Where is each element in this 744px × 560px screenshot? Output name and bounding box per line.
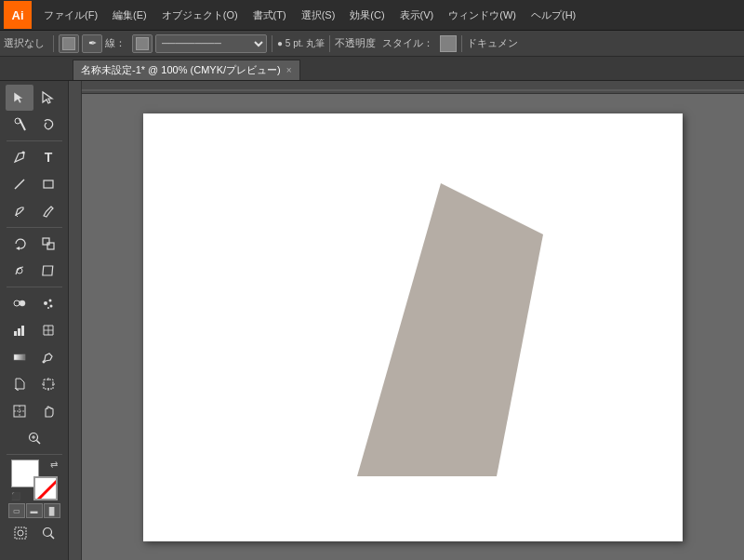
svg-rect-4	[44, 180, 53, 188]
extra-bottom-btns	[7, 522, 61, 544]
svg-line-39	[50, 536, 54, 540]
stroke-swatch[interactable]	[33, 476, 58, 500]
slice-tool-btn[interactable]	[6, 398, 33, 424]
artboard-tool-btn[interactable]	[34, 371, 62, 397]
warp-tool-btn[interactable]	[6, 258, 33, 284]
svg-line-35	[35, 478, 58, 500]
svg-point-38	[43, 528, 51, 537]
canvas-area[interactable]	[69, 81, 744, 560]
canvas-content[interactable]	[143, 113, 683, 541]
tool-row-2	[6, 112, 62, 138]
toolbar-sep-2	[272, 35, 272, 52]
gradient-tool-btn[interactable]	[6, 344, 33, 370]
zoom-tool-btn[interactable]	[20, 425, 48, 451]
stroke-style-select[interactable]: ─────────	[155, 34, 267, 53]
svg-point-10	[14, 300, 20, 306]
svg-rect-17	[14, 331, 17, 336]
swap-colors-btn[interactable]: ⇄	[50, 460, 58, 470]
pen-tool-btn[interactable]	[6, 144, 33, 170]
tool-row-5	[6, 198, 62, 224]
menu-object[interactable]: オブジェクト(O)	[155, 6, 245, 25]
svg-point-15	[50, 305, 53, 308]
menu-type[interactable]: 書式(T)	[246, 6, 293, 25]
brush-tool-btn[interactable]	[34, 198, 62, 224]
svg-rect-40	[69, 81, 744, 94]
eyedropper-tool-btn[interactable]	[34, 344, 62, 370]
direct-selection-tool-btn[interactable]	[34, 85, 62, 111]
stroke-icon-btn[interactable]: ✒	[82, 34, 102, 53]
options-toolbar: 選択なし ✒ 線： ───────── ● 5 pt. 丸筆 不透明度 スタイル…	[0, 31, 744, 57]
menu-window[interactable]: ウィンドウ(W)	[442, 6, 523, 25]
menu-file[interactable]: ファイル(F)	[37, 6, 104, 25]
tool-row-8	[6, 290, 62, 316]
tool-row-1	[6, 85, 62, 111]
svg-line-32	[36, 441, 40, 445]
svg-rect-23	[44, 380, 53, 389]
rect-tool-btn[interactable]	[34, 171, 62, 197]
draw-inside-btn[interactable]	[7, 522, 33, 544]
selection-label: 選択なし	[4, 36, 45, 50]
tool-sep-2	[7, 227, 62, 228]
tool-row-6	[6, 231, 62, 257]
fullscreen-menu-btn[interactable]: ▬	[26, 503, 43, 518]
svg-point-37	[18, 530, 23, 536]
pt-label: ● 5 pt. 丸筆	[277, 37, 325, 50]
fullscreen-btn[interactable]: █	[44, 503, 60, 518]
menu-view[interactable]: 表示(V)	[393, 6, 441, 25]
stroke-icon: ✒	[88, 37, 97, 49]
svg-line-5	[16, 215, 18, 217]
svg-rect-36	[15, 527, 26, 539]
svg-point-13	[44, 301, 47, 305]
svg-point-2	[22, 152, 25, 154]
tool-row-9	[6, 317, 62, 343]
document-tab[interactable]: 名称未設定-1* @ 100% (CMYK/プレビュー) ×	[73, 60, 300, 80]
hand-tool-btn[interactable]	[34, 398, 62, 424]
svg-rect-22	[14, 354, 25, 360]
magic-wand-tool-btn[interactable]	[6, 112, 33, 138]
scale-tool-btn[interactable]	[34, 231, 62, 257]
tool-row-7	[6, 258, 62, 284]
tool-row-11	[6, 371, 62, 397]
free-transform-btn[interactable]	[34, 258, 62, 284]
mesh-tool-btn[interactable]	[34, 317, 62, 343]
graph-tool-btn[interactable]	[6, 317, 33, 343]
screen-mode-row: ▭ ▬ █	[8, 503, 60, 518]
lasso-tool-btn[interactable]	[34, 112, 62, 138]
line-tool-btn[interactable]	[6, 171, 33, 197]
app-logo: Ai	[4, 1, 32, 29]
toolbar-sep-1	[53, 35, 54, 52]
menu-edit[interactable]: 編集(E)	[106, 6, 153, 25]
tool-sep-4	[7, 454, 62, 455]
menu-select[interactable]: 選択(S)	[295, 6, 342, 25]
main-area: T	[0, 81, 744, 560]
tool-row-10	[6, 344, 62, 370]
stroke-color-btn[interactable]	[132, 34, 153, 53]
stroke-label: 線：	[105, 36, 126, 50]
rotate-tool-btn[interactable]	[6, 231, 33, 257]
svg-rect-19	[21, 326, 24, 336]
selection-tool-btn[interactable]	[6, 85, 33, 111]
artboard	[143, 113, 683, 541]
blend-tool-btn[interactable]	[6, 290, 33, 316]
tab-close-btn[interactable]: ×	[286, 65, 292, 75]
zoom-view-btn[interactable]	[35, 522, 61, 544]
tab-title: 名称未設定-1* @ 100% (CMYK/プレビュー)	[81, 63, 281, 77]
pencil-tool-btn[interactable]	[6, 198, 33, 224]
toolbar-sep-3	[329, 35, 330, 52]
svg-rect-9	[43, 266, 53, 275]
fill-color-btn[interactable]	[59, 34, 79, 53]
type-tool-btn[interactable]: T	[34, 144, 62, 170]
svg-line-3	[15, 180, 24, 189]
tool-row-3: T	[6, 144, 62, 170]
menu-help[interactable]: ヘルプ(H)	[525, 6, 582, 25]
style-color-swatch[interactable]	[440, 35, 457, 52]
reset-colors-btn[interactable]: ⬛	[11, 492, 20, 500]
symbol-tool-btn[interactable]	[34, 290, 62, 316]
tool-sep-3	[7, 287, 62, 287]
livepaint-tool-btn[interactable]	[6, 371, 33, 397]
normal-screen-btn[interactable]: ▭	[8, 503, 25, 518]
document-label: ドキュメン	[467, 36, 518, 50]
ruler-left	[69, 81, 82, 560]
type-icon: T	[45, 150, 53, 165]
menu-effect[interactable]: 効果(C)	[343, 6, 391, 25]
